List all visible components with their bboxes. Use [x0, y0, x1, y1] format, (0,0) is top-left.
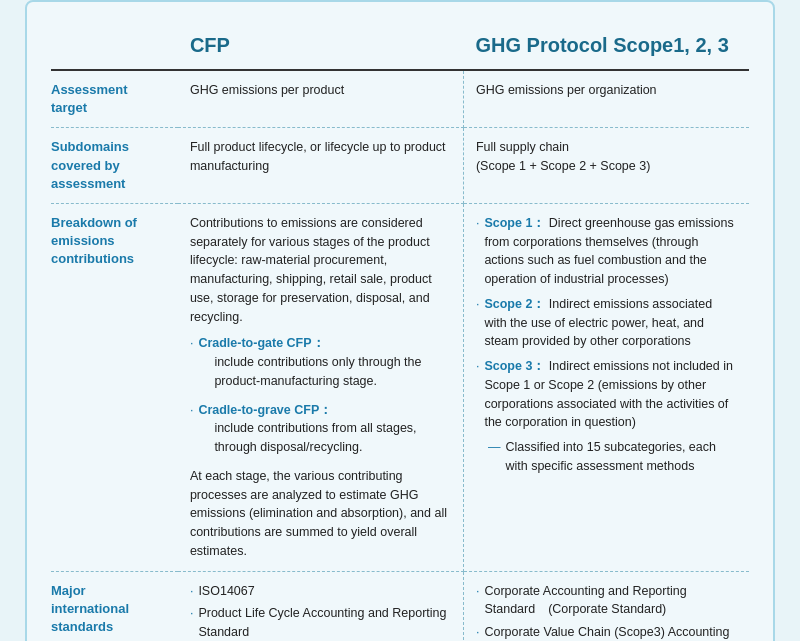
scope1-item: · Scope 1： Direct greenhouse gas emissio…: [476, 214, 737, 289]
breakdown-cfp-footer: At each stage, the various contributing …: [190, 467, 451, 561]
scope2-label: Scope 2：: [484, 297, 545, 311]
standards-cfp-item2: · Product Life Cycle Accounting and Repo…: [190, 604, 451, 641]
subdomains-header: Subdomains covered by assessment: [51, 128, 178, 204]
standards-header: Major international standards: [51, 571, 178, 641]
cradle-gate-label: Cradle-to-gate CFP：: [198, 336, 324, 350]
breakdown-ghg: · Scope 1： Direct greenhouse gas emissio…: [463, 203, 749, 571]
breakdown-cfp: Contributions to emissions are considere…: [178, 203, 464, 571]
cradle-grave-content: Cradle-to-grave CFP： include contributio…: [198, 401, 451, 463]
cfp-header: CFP: [178, 26, 464, 70]
scope1-label: Scope 1：: [484, 216, 545, 230]
subdomains-cfp: Full product lifecycle, or lifecycle up …: [178, 128, 464, 204]
standards-ghg-bullet2: ·: [476, 623, 479, 641]
standards-ghg-text1: Corporate Accounting and Reporting Stand…: [484, 582, 737, 620]
main-container: CFP GHG Protocol Scope1, 2, 3 Assessment…: [25, 0, 775, 641]
cradle-gate-bullet: ·: [190, 334, 193, 353]
standards-cfp-bullet2: ·: [190, 604, 193, 623]
breakdown-cfp-intro: Contributions to emissions are considere…: [190, 216, 432, 324]
classified-item: — Classified into 15 subcategories, each…: [476, 438, 737, 476]
standards-row: Major international standards · ISO14067…: [51, 571, 749, 641]
standards-ghg-text2: Corporate Value Chain (Scope3) Accountin…: [484, 623, 737, 641]
cradle-gate-item: · Cradle-to-gate CFP： include contributi…: [190, 334, 451, 396]
classified-dash: —: [488, 438, 501, 457]
assessment-target-cfp: GHG emissions per product: [178, 70, 464, 128]
subdomains-row: Subdomains covered by assessment Full pr…: [51, 128, 749, 204]
cradle-grave-item: · Cradle-to-grave CFP： include contribut…: [190, 401, 451, 463]
scope2-item: · Scope 2： Indirect emissions associated…: [476, 295, 737, 351]
cradle-gate-text: include contributions only through the p…: [198, 353, 451, 391]
standards-ghg: · Corporate Accounting and Reporting Sta…: [463, 571, 749, 641]
standards-ghg-bullet1: ·: [476, 582, 479, 601]
scope3-item: · Scope 3： Indirect emissions not includ…: [476, 357, 737, 432]
standards-cfp-text1: ISO14067: [198, 582, 254, 601]
scope3-label: Scope 3：: [484, 359, 545, 373]
scope3-bullet: ·: [476, 357, 479, 376]
comparison-table: CFP GHG Protocol Scope1, 2, 3 Assessment…: [51, 26, 749, 641]
classified-text: Classified into 15 subcategories, each w…: [505, 438, 737, 476]
standards-cfp-item1: · ISO14067: [190, 582, 451, 601]
subdomains-ghg: Full supply chain (Scope 1 + Scope 2 + S…: [463, 128, 749, 204]
scope1-bullet: ·: [476, 214, 479, 233]
assessment-target-header: Assessment target: [51, 70, 178, 128]
scope3-content: Scope 3： Indirect emissions not included…: [484, 357, 737, 432]
standards-cfp-text2: Product Life Cycle Accounting and Report…: [198, 604, 451, 641]
standards-ghg-item2: · Corporate Value Chain (Scope3) Account…: [476, 623, 737, 641]
standards-cfp-bullet1: ·: [190, 582, 193, 601]
assessment-target-row: Assessment target GHG emissions per prod…: [51, 70, 749, 128]
scope2-bullet: ·: [476, 295, 479, 314]
cradle-gate-content: Cradle-to-gate CFP： include contribution…: [198, 334, 451, 396]
standards-cfp: · ISO14067 · Product Life Cycle Accounti…: [178, 571, 464, 641]
cradle-grave-text: include contributions from all stages, t…: [198, 419, 451, 457]
breakdown-header: Breakdown of emissions contributions: [51, 203, 178, 571]
empty-header: [51, 26, 178, 70]
cradle-grave-bullet: ·: [190, 401, 193, 420]
scope2-content: Scope 2： Indirect emissions associated w…: [484, 295, 737, 351]
scope1-content: Scope 1： Direct greenhouse gas emissions…: [484, 214, 737, 289]
assessment-target-ghg: GHG emissions per organization: [463, 70, 749, 128]
ghg-header: GHG Protocol Scope1, 2, 3: [463, 26, 749, 70]
cradle-grave-label: Cradle-to-grave CFP：: [198, 403, 332, 417]
standards-ghg-item1: · Corporate Accounting and Reporting Sta…: [476, 582, 737, 620]
breakdown-row: Breakdown of emissions contributions Con…: [51, 203, 749, 571]
